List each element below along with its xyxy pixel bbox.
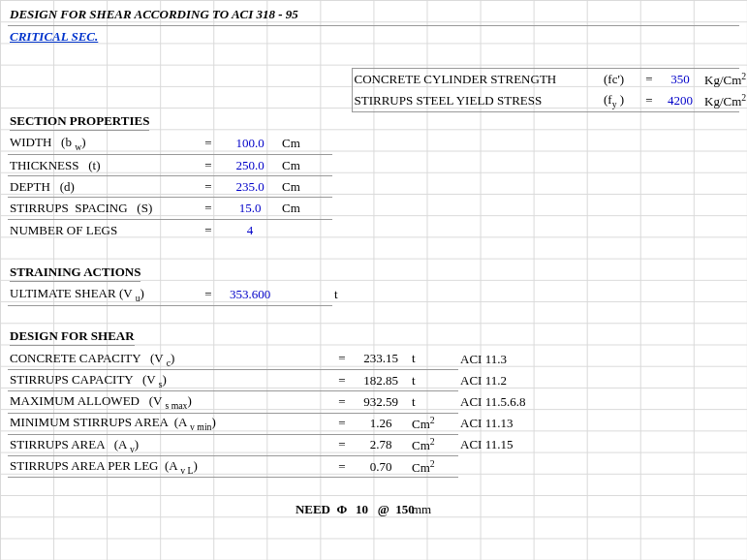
sp-label-2: DEPTH (d) — [8, 176, 197, 198]
ds-label-5: STIRRUPS AREA PER LEG (A v L) — [8, 456, 332, 478]
sp-unit-3: Cm — [280, 198, 332, 219]
ds-unit-4: Cm2 — [410, 434, 458, 455]
sp-unit-2: Cm — [280, 176, 332, 198]
fy-value: 4200 — [658, 90, 702, 111]
sp-val-0: 100.0 — [220, 133, 280, 154]
ds-val-3: 1.26 — [352, 413, 410, 434]
ds-val-2: 932.59 — [352, 391, 410, 413]
sp-label-3: STIRRUPS SPACING (S) — [8, 198, 197, 219]
ds-unit-1: t — [410, 370, 458, 391]
sp-eq-1: = — [197, 155, 220, 176]
fy-unit: Kg/Cm2 — [702, 90, 739, 111]
ds-ref-5 — [458, 456, 640, 478]
sp-val-4: 4 — [220, 219, 280, 240]
ds-val-0: 233.15 — [352, 349, 410, 370]
sa-unit-0: t — [332, 284, 352, 305]
sa-label-0: ULTIMATE SHEAR (V u) — [8, 284, 197, 305]
sp-label-0: WIDTH (b w) — [8, 133, 197, 154]
sa-val-0: 353.600 — [220, 284, 280, 305]
ds-eq-1: = — [332, 370, 352, 391]
fy-label: STIRRUPS STEEL YIELD STRESS — [352, 90, 602, 111]
fc-label: CONCRETE CYLINDER STRENGTH — [352, 69, 602, 90]
ds-unit-5: Cm2 — [410, 456, 458, 478]
ds-val-1: 182.85 — [352, 370, 410, 391]
spreadsheet-sheet: DESIGN FOR SHEAR ACCORDING TO ACI 318 - … — [0, 0, 747, 560]
sp-unit-4 — [280, 219, 332, 240]
fc-symbol: (fc') — [602, 69, 640, 90]
sp-val-3: 15.0 — [220, 198, 280, 219]
page-title: DESIGN FOR SHEAR ACCORDING TO ACI 318 - … — [8, 4, 602, 25]
ds-label-0: CONCRETE CAPACITY (V c) — [8, 349, 332, 370]
ds-val-5: 0.70 — [352, 456, 410, 478]
sp-val-1: 250.0 — [220, 155, 280, 176]
fc-eq: = — [640, 69, 658, 90]
ds-eq-2: = — [332, 391, 352, 413]
ds-unit-0: t — [410, 349, 458, 370]
ds-ref-0: ACI 11.3 — [458, 349, 640, 370]
sp-unit-0: Cm — [280, 133, 332, 154]
sp-eq-4: = — [197, 219, 220, 240]
critical-sec-link[interactable]: CRITICAL SEC. — [10, 29, 98, 44]
need-label: NEED — [220, 499, 332, 520]
ds-eq-4: = — [332, 434, 352, 455]
design-for-shear-heading: DESIGN FOR SHEAR — [10, 328, 135, 346]
ds-label-4: STIRRUPS AREA (A v) — [8, 434, 332, 455]
sa-eq-0: = — [197, 284, 220, 305]
fc-unit: Kg/Cm2 — [702, 69, 739, 90]
sp-unit-1: Cm — [280, 155, 332, 176]
need-unit: mm — [410, 499, 458, 520]
ds-unit-3: Cm2 — [410, 413, 458, 434]
ds-unit-2: t — [410, 391, 458, 413]
ds-label-3: MINIMUM STIRRUPS AREA (A v min) — [8, 413, 332, 434]
worksheet-grid: DESIGN FOR SHEAR ACCORDING TO ACI 318 - … — [8, 4, 739, 520]
need-phi: Φ — [332, 499, 352, 520]
ds-ref-4: ACI 11.15 — [458, 434, 640, 455]
sp-eq-3: = — [197, 198, 220, 219]
straining-actions-heading: STRAINING ACTIONS — [10, 264, 140, 282]
sp-eq-2: = — [197, 176, 220, 198]
sp-label-1: THICKNESS (t) — [8, 155, 197, 176]
sp-label-4: NUMBER OF LEGS — [8, 219, 197, 240]
ds-eq-3: = — [332, 413, 352, 434]
ds-ref-1: ACI 11.2 — [458, 370, 640, 391]
ds-label-2: MAXIMUM ALLOWED (V s max) — [8, 391, 332, 413]
section-properties-heading: SECTION PROPERTIES — [10, 113, 149, 131]
fc-value: 350 — [658, 69, 702, 90]
ds-ref-2: ACI 11.5.6.8 — [458, 391, 640, 413]
ds-val-4: 2.78 — [352, 434, 410, 455]
ds-eq-0: = — [332, 349, 352, 370]
need-at: @ — [378, 502, 389, 516]
sp-val-2: 235.0 — [220, 176, 280, 198]
fy-eq: = — [640, 90, 658, 111]
need-diameter: 10 — [356, 502, 368, 516]
fy-symbol: (fy ) — [602, 90, 640, 111]
ds-label-1: STIRRUPS CAPACITY (V s) — [8, 370, 332, 391]
ds-eq-5: = — [332, 456, 352, 478]
sp-eq-0: = — [197, 133, 220, 154]
ds-ref-3: ACI 11.13 — [458, 413, 640, 434]
